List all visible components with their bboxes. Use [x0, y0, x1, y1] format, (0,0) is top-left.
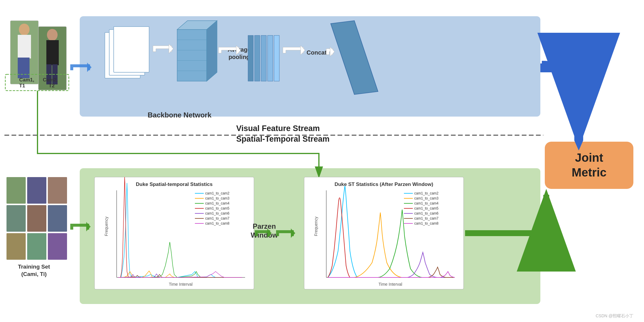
svg-text:Visual Feature Stream: Visual Feature Stream [236, 124, 320, 133]
svg-rect-62 [27, 233, 46, 260]
spatial-stream-box [80, 168, 540, 304]
svg-rect-60 [48, 205, 67, 232]
svg-rect-3 [18, 58, 24, 78]
svg-rect-5 [38, 27, 66, 90]
svg-rect-56 [27, 177, 46, 204]
svg-rect-57 [48, 177, 67, 204]
svg-rect-112 [545, 142, 633, 189]
svg-rect-0 [10, 21, 38, 84]
svg-text:Spatial-Temporal Stream: Spatial-Temporal Stream [236, 135, 330, 143]
svg-text:(Cami, Ti): (Cami, Ti) [21, 271, 47, 277]
svg-rect-8 [46, 64, 52, 84]
svg-point-1 [19, 24, 30, 35]
svg-marker-115 [574, 140, 583, 151]
svg-point-6 [47, 29, 58, 41]
svg-rect-4 [24, 58, 30, 78]
svg-text:Metric: Metric [572, 166, 606, 179]
svg-text:Training Set: Training Set [18, 264, 50, 270]
svg-rect-61 [6, 233, 26, 260]
visual-stream-box [80, 16, 540, 117]
svg-text:Joint: Joint [575, 151, 603, 164]
svg-rect-63 [48, 233, 67, 260]
svg-text:CSDN @熙曜石小丁: CSDN @熙曜石小丁 [596, 313, 633, 318]
svg-rect-7 [46, 40, 59, 65]
svg-rect-55 [6, 177, 26, 204]
svg-text:T2: T2 [49, 83, 55, 89]
svg-rect-9 [52, 64, 58, 84]
svg-rect-10 [5, 74, 69, 91]
svg-rect-59 [27, 205, 46, 232]
svg-text:Cam2,: Cam2, [43, 77, 58, 83]
svg-text:T1: T1 [19, 83, 25, 89]
main-container: Cam1, Cam2, T1 T2 [0, 0, 644, 322]
svg-text:Cam1,: Cam1, [19, 77, 34, 83]
svg-rect-2 [18, 35, 31, 58]
svg-rect-58 [6, 205, 26, 232]
